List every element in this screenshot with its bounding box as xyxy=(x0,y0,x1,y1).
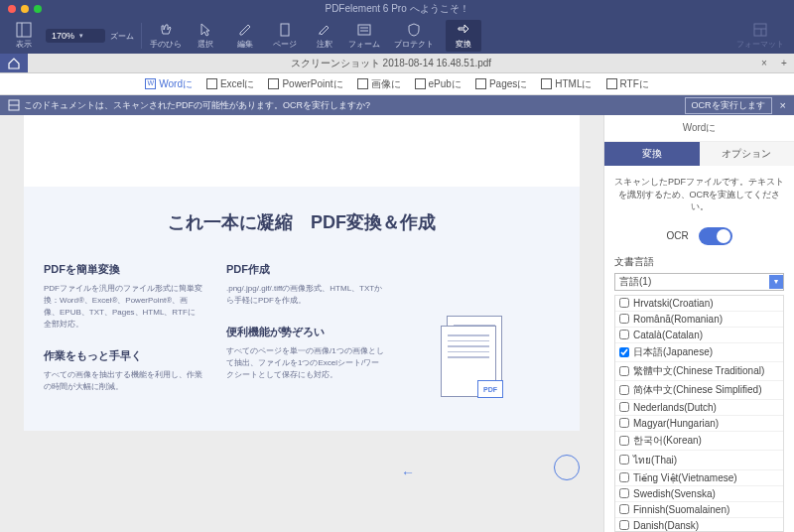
convert-sidebar: Wordに 変換 オプション スキャンしたPDFファイルです。テキストを識別する… xyxy=(603,115,794,532)
language-option[interactable]: 日本語(Japanese) xyxy=(615,343,783,362)
lang-heading: 文書言語 xyxy=(604,255,794,273)
language-checkbox[interactable] xyxy=(619,504,629,514)
language-option[interactable]: Hrvatski(Croatian) xyxy=(615,296,783,312)
language-checkbox[interactable] xyxy=(619,298,629,308)
sidebar-title: Wordに xyxy=(604,115,794,142)
format-powerpoint[interactable]: PowerPointに xyxy=(268,77,342,91)
section3-body: すべての画像を抽出する機能を利用し、作業の時間が大幅に削減。 xyxy=(44,369,202,393)
ocr-label: OCR xyxy=(666,230,688,241)
tab-convert[interactable]: 変換 xyxy=(604,142,700,166)
language-checkbox[interactable] xyxy=(619,347,629,357)
zoom-control[interactable]: 170% ▾ xyxy=(46,29,105,43)
zoom-label: ズーム xyxy=(109,31,135,42)
section1-body: PDFファイルを汎用のファイル形式に簡単変換：Word®、Excel®、Powe… xyxy=(44,283,202,331)
format-pages[interactable]: Pagesに xyxy=(475,77,527,91)
language-option[interactable]: Tiếng Việt(Vietnamese) xyxy=(615,470,783,486)
chevron-down-icon: ▾ xyxy=(769,275,783,289)
annotate-icon xyxy=(317,22,332,38)
file-tab[interactable]: スクリーンショット 2018-08-14 16.48.51.pdf xyxy=(28,57,754,70)
maximize-window-button[interactable] xyxy=(34,5,42,13)
hand-tool[interactable]: 手のひら xyxy=(148,22,184,50)
ocr-toggle[interactable] xyxy=(699,227,732,245)
format-epub[interactable]: ePubに xyxy=(415,77,462,91)
headline: これ一本に凝縮 PDF変換＆作成 xyxy=(44,210,560,234)
language-option[interactable]: Català(Catalan) xyxy=(615,328,783,343)
language-checkbox[interactable] xyxy=(619,366,629,376)
language-checkbox[interactable] xyxy=(619,402,629,412)
format-html[interactable]: HTMLに xyxy=(541,77,592,91)
minimize-window-button[interactable] xyxy=(21,5,29,13)
page-tool[interactable]: ページ xyxy=(267,22,303,50)
tab-options[interactable]: オプション xyxy=(700,142,795,166)
language-option[interactable]: Română(Romanian) xyxy=(615,312,783,328)
hand-icon xyxy=(158,22,174,38)
language-checkbox[interactable] xyxy=(619,418,629,428)
language-option[interactable]: 繁體中文(Chinese Traditional) xyxy=(615,362,783,381)
language-checkbox[interactable] xyxy=(619,314,629,324)
language-option[interactable]: Finnish(Suomalainen) xyxy=(615,502,783,518)
document-canvas[interactable]: これ一本に凝縮 PDF変換＆作成 PDFを簡単変換 PDFファイルを汎用のファイ… xyxy=(0,115,603,532)
separator xyxy=(141,23,142,49)
language-label: 简体中文(Chinese Simplified) xyxy=(633,383,761,397)
language-checkbox[interactable] xyxy=(619,330,629,339)
document-tabbar: スクリーンショット 2018-08-14 16.48.51.pdf × + xyxy=(0,54,794,73)
language-checkbox[interactable] xyxy=(619,455,629,465)
language-checkbox[interactable] xyxy=(619,488,629,498)
language-option[interactable]: Swedish(Svenska) xyxy=(615,486,783,502)
run-ocr-button[interactable]: OCRを実行します xyxy=(685,97,772,114)
language-checkbox[interactable] xyxy=(619,520,629,530)
ocr-banner: このドキュメントは、スキャンされたPDFの可能性があります。OCRを実行しますか… xyxy=(0,95,794,115)
edit-tool[interactable]: 編集 xyxy=(227,22,263,50)
close-tab-button[interactable]: × xyxy=(754,58,774,68)
add-tab-button[interactable]: + xyxy=(774,58,794,68)
section4-title: 便利機能が勢ぞろい xyxy=(226,325,385,339)
svg-rect-6 xyxy=(754,24,766,36)
format-word[interactable]: WWordに xyxy=(145,77,193,91)
protect-tool[interactable]: プロテクト xyxy=(386,22,442,50)
language-label: 한국어(Korean) xyxy=(633,434,702,448)
form-icon xyxy=(356,22,372,38)
language-option[interactable]: ไทย(Thai) xyxy=(615,451,783,470)
pages-icon xyxy=(475,78,486,89)
annotate-tool[interactable]: 注釈 xyxy=(307,22,342,50)
format-excel[interactable]: Excelに xyxy=(206,77,254,91)
format-tool[interactable]: フォーマット xyxy=(732,22,788,50)
language-checkbox[interactable] xyxy=(619,436,629,446)
ocr-message: このドキュメントは、スキャンされたPDFの可能性があります。OCRを実行しますか… xyxy=(24,99,370,112)
format-rtf[interactable]: RTFに xyxy=(606,77,649,91)
language-checkbox[interactable] xyxy=(619,385,629,395)
select-tool[interactable]: 選択 xyxy=(188,22,223,50)
language-label: Danish(Dansk) xyxy=(633,520,699,531)
language-option[interactable]: Nederlands(Dutch) xyxy=(615,400,783,416)
section2-title: PDF作成 xyxy=(226,262,385,277)
language-option[interactable]: 简体中文(Chinese Simplified) xyxy=(615,381,783,400)
section3-title: 作業をもっと手早く xyxy=(44,348,202,363)
close-window-button[interactable] xyxy=(8,5,16,13)
section2-body: .png/.jpg/.gif/.tiffの画像形式、HTML、TXTから手軽にP… xyxy=(226,283,385,307)
convert-tool[interactable]: 変換 xyxy=(446,20,481,52)
view-tool[interactable]: 表示 xyxy=(6,22,42,50)
section4-body: すべてのページを単一の画像/1つの画像として抽出、ファイルを1つのExcelシー… xyxy=(226,345,385,381)
sidebar-tabs: 変換 オプション xyxy=(604,142,794,166)
layout-icon xyxy=(752,22,768,38)
language-list[interactable]: Hrvatski(Croatian)Română(Romanian)Català… xyxy=(614,295,784,532)
language-label: Hrvatski(Croatian) xyxy=(633,298,714,309)
language-checkbox[interactable] xyxy=(619,472,629,482)
home-tab[interactable] xyxy=(0,54,28,72)
ppt-icon xyxy=(268,78,279,89)
form-tool[interactable]: フォーム xyxy=(346,22,382,50)
format-image[interactable]: 画像に xyxy=(357,77,401,91)
cursor-icon xyxy=(198,22,213,38)
language-option[interactable]: Danish(Dansk) xyxy=(615,518,783,532)
html-icon xyxy=(541,78,552,89)
language-label: 繁體中文(Chinese Traditional) xyxy=(633,364,764,378)
page-top xyxy=(24,115,580,187)
language-option[interactable]: Magyar(Hungarian) xyxy=(615,416,783,432)
close-ocr-banner[interactable]: × xyxy=(780,99,786,111)
epub-icon xyxy=(415,78,426,89)
pdf-badge: PDF xyxy=(477,380,503,398)
language-option[interactable]: 한국어(Korean) xyxy=(615,432,783,451)
language-select[interactable]: 言語(1) ▾ xyxy=(614,273,784,291)
language-label: ไทย(Thai) xyxy=(633,453,677,467)
rtf-icon xyxy=(606,78,617,89)
